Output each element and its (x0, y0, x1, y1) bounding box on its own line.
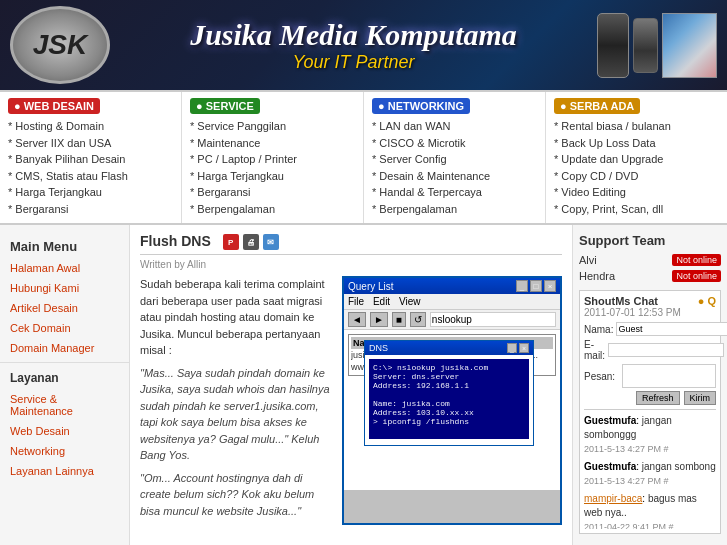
chat-text-2: jangan sombong (642, 461, 716, 472)
chat-settings-icon[interactable]: ● Q (698, 295, 716, 307)
main-layout: Main Menu Halaman Awal Hubungi Kami Arti… (0, 225, 727, 545)
nav-item: * PC / Laptop / Printer (190, 151, 355, 168)
article-title-bar: Flush DNS P 🖨 ✉ (140, 233, 562, 255)
layanan-title: Layanan (0, 362, 129, 389)
article-title: Flush DNS (140, 233, 211, 249)
chat-email-label: E-mail: (584, 339, 605, 361)
sidebar-item-hubungi-kami[interactable]: Hubungi Kami (0, 278, 129, 298)
nav-item: * Bergaransi (8, 201, 173, 218)
win-close-btn[interactable]: × (544, 280, 556, 292)
sidebar-item-service-maintenance[interactable]: Service & Maintenance (0, 389, 129, 421)
header-right-images (597, 13, 717, 78)
status-badge-alvi: Not online (672, 254, 721, 266)
dos-line-1: C:\> nslookup jusika.com (373, 363, 525, 372)
nav-section-service: ● SERVICE * Service Panggilan * Maintena… (182, 92, 364, 223)
nav-section-networking: ● NETWORKING * LAN dan WAN * CISCO & Mic… (364, 92, 546, 223)
article-text-block: Sudah beberapa kali terima complaint dar… (140, 276, 334, 525)
sidebar-item-layanan-lainnya[interactable]: Layanan Lainnya (0, 461, 129, 481)
header: JSK Jusika Media Komputama Your IT Partn… (0, 0, 727, 90)
chat-time-2: 2011-5-13 4:27 PM # (584, 476, 669, 486)
nav-bar: ● WEB DESAIN * Hosting & Domain * Server… (0, 90, 727, 225)
chat-email-input[interactable] (608, 343, 724, 357)
nav-title-serba-ada: ● SERBA ADA (554, 98, 640, 114)
dos-window: C:\> nslookup jusika.com Server: dns.ser… (369, 359, 529, 439)
menu-item-view[interactable]: View (399, 296, 421, 307)
main-content: Flush DNS P 🖨 ✉ Written by Allin Sudah b… (130, 225, 572, 545)
dos-flush: > ipconfig /flushdns (373, 417, 525, 426)
win-inner-title-text: DNS (369, 343, 388, 353)
pdf-icon[interactable]: P (223, 234, 239, 250)
email-icon[interactable]: ✉ (263, 234, 279, 250)
site-logo: JSK (10, 6, 110, 84)
toolbar-btn-back[interactable]: ◄ (348, 312, 366, 327)
nav-items-networking: * LAN dan WAN * CISCO & Microtik * Serve… (372, 118, 537, 217)
windows-screenshot: Query List _ □ × File Edit View ◄ ► ■ (342, 276, 562, 525)
win-inner-minimize[interactable]: _ (507, 343, 517, 353)
nav-title-networking: ● NETWORKING (372, 98, 470, 114)
sidebar-item-networking[interactable]: Networking (0, 441, 129, 461)
nav-item: * LAN dan WAN (372, 118, 537, 135)
phone-image-2 (633, 18, 659, 73)
nav-item: * Harga Terjangkau (190, 168, 355, 185)
win-inner-close[interactable]: × (519, 343, 529, 353)
chat-nama-input[interactable] (616, 322, 727, 336)
nav-item: * Rental biasa / bulanan (554, 118, 719, 135)
win-titlebar: Query List _ □ × (344, 278, 560, 294)
win-minimize-btn[interactable]: _ (516, 280, 528, 292)
chat-user-3-link[interactable]: mampir-baca (584, 493, 642, 504)
chat-nama-row: Nama: (584, 322, 716, 336)
chat-kirim-button[interactable]: Kirim (684, 391, 717, 405)
toolbar-btn-fwd[interactable]: ► (370, 312, 388, 327)
nav-section-web-desain: ● WEB DESAIN * Hosting & Domain * Server… (0, 92, 182, 223)
written-by: Written by Allin (140, 259, 562, 270)
win-inner-window: DNS _ × C:\> nslookup jusika.com Server:… (364, 340, 534, 446)
nav-items-service: * Service Panggilan * Maintenance * PC /… (190, 118, 355, 217)
article-quote-1: "Mas... Saya sudah pindah domain ke Jusi… (140, 365, 334, 464)
nav-item: * CMS, Statis atau Flash (8, 168, 173, 185)
win-menubar: File Edit View (344, 294, 560, 310)
toolbar-btn-refresh[interactable]: ↺ (410, 312, 426, 327)
nav-title-service: ● SERVICE (190, 98, 260, 114)
nav-dot-web-desain: ● (14, 100, 21, 112)
phone-image-1 (597, 13, 629, 78)
nav-item: * Banyak Pilihan Desain (8, 151, 173, 168)
chat-timestamp: 2011-07-01 12:53 PM (584, 307, 716, 318)
nav-section-serba-ada: ● SERBA ADA * Rental biasa / bulanan * B… (546, 92, 727, 223)
toolbar-btn-stop[interactable]: ■ (392, 312, 406, 327)
win-inner-buttons: _ × (507, 343, 529, 353)
sidebar-item-artikel-desain[interactable]: Artikel Desain (0, 298, 129, 318)
win-body: Name Type TTL Data jusika.com A 86400 10… (344, 330, 560, 490)
win-title: Query List (348, 281, 394, 292)
print-icon[interactable]: 🖨 (243, 234, 259, 250)
win-toolbar: ◄ ► ■ ↺ nslookup (344, 310, 560, 330)
status-badge-hendra: Not online (672, 270, 721, 282)
chat-buttons: Refresh Kirim (584, 391, 716, 405)
toolbar-search: nslookup (430, 312, 556, 327)
site-title: Jusika Media Komputama (110, 18, 597, 52)
win-maximize-btn[interactable]: □ (530, 280, 542, 292)
sidebar-item-cek-domain[interactable]: Cek Domain (0, 318, 129, 338)
nav-title-web-desain: ● WEB DESAIN (8, 98, 100, 114)
nav-item: * Harga Terjangkau (8, 184, 173, 201)
nav-items-web-desain: * Hosting & Domain * Server IIX dan USA … (8, 118, 173, 217)
nav-item: * Video Editing (554, 184, 719, 201)
dos-line-5: Name: jusika.com (373, 399, 525, 408)
main-menu-title: Main Menu (0, 233, 129, 258)
chat-refresh-button[interactable]: Refresh (636, 391, 680, 405)
chat-message-2: Guestmufa: jangan sombong 2011-5-13 4:27… (584, 460, 716, 488)
chat-pesan-label: Pesan: (584, 371, 619, 382)
site-subtitle: Your IT Partner (110, 52, 597, 73)
nav-item: * Copy, Print, Scan, dll (554, 201, 719, 218)
menu-item-file[interactable]: File (348, 296, 364, 307)
nav-item: * Hosting & Domain (8, 118, 173, 135)
nav-item: * Berpengalaman (372, 201, 537, 218)
support-name-alvi: Alvi (579, 254, 597, 266)
support-member-alvi: Alvi Not online (579, 254, 721, 266)
sidebar-item-domain-manager[interactable]: Domain Manager (0, 338, 129, 358)
nav-item: * Back Up Loss Data (554, 135, 719, 152)
sidebar-item-halaman-awal[interactable]: Halaman Awal (0, 258, 129, 278)
chat-pesan-textarea[interactable] (622, 364, 716, 388)
menu-item-edit[interactable]: Edit (373, 296, 390, 307)
dos-line-2: Server: dns.server (373, 372, 525, 381)
sidebar-item-web-desain[interactable]: Web Desain (0, 421, 129, 441)
